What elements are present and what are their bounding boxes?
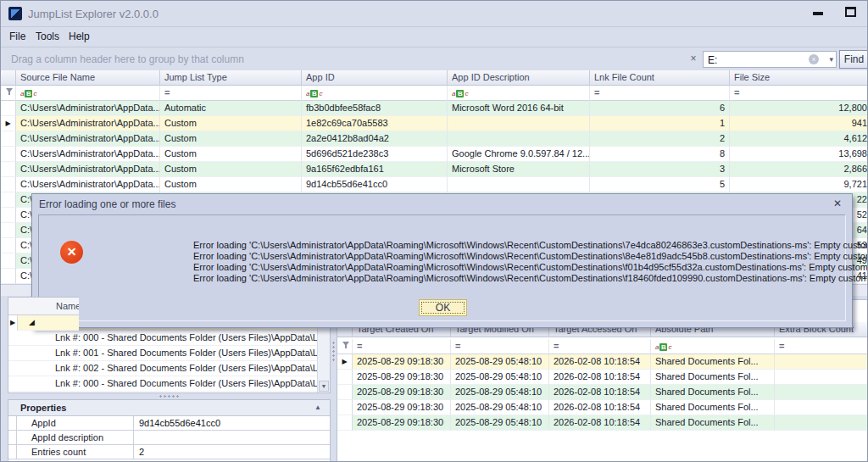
filter-funnel-icon bbox=[1, 86, 16, 101]
ok-button[interactable]: OK bbox=[419, 299, 467, 316]
scroll-down-icon[interactable]: ▼ bbox=[319, 381, 329, 392]
filter-lnk-count[interactable]: = bbox=[590, 86, 730, 101]
filter-file-size[interactable]: = bbox=[730, 86, 868, 101]
search-input[interactable]: E: x ▾ bbox=[703, 51, 837, 68]
equals-filter-icon: = bbox=[164, 87, 170, 97]
table-row[interactable]: C:\Users\Administrator\AppData... Custom… bbox=[1, 162, 868, 177]
error-line: Error loading 'C:\Users\Administrator\Ap… bbox=[193, 240, 868, 251]
filter-desc[interactable]: aBc bbox=[448, 86, 590, 101]
col-file-size[interactable]: File Size bbox=[730, 70, 868, 86]
menu-bar bbox=[1, 26, 868, 47]
abc-filter-icon: aBc bbox=[20, 90, 36, 97]
find-button[interactable]: Find bbox=[839, 50, 868, 69]
filter-type[interactable]: = bbox=[160, 86, 302, 101]
search-close-icon[interactable]: × bbox=[687, 53, 699, 64]
property-row[interactable]: AppId description bbox=[8, 431, 330, 445]
search-value: E: bbox=[708, 54, 717, 66]
error-line: Error loading 'C:\Users\Administrator\Ap… bbox=[193, 251, 868, 262]
filter-source[interactable]: aBc bbox=[16, 86, 160, 101]
property-row[interactable]: AppId 9d14cb55d6e41cc0 bbox=[8, 416, 330, 431]
row-focus-arrow: ▶ bbox=[1, 116, 16, 131]
table-row-selected[interactable]: ▶ C:\Users\Administrator\AppData... Cust… bbox=[1, 116, 868, 131]
properties-panel: Properties ▲ AppId 9d14cb55d6e41cc0 AppI… bbox=[8, 399, 331, 462]
equals-filter-icon: = bbox=[357, 341, 362, 351]
horizontal-splitter[interactable] bbox=[8, 393, 331, 399]
table-row[interactable]: 2025-08-29 09:18:30 2025-08-29 05:48:10 … bbox=[337, 400, 868, 415]
table-row[interactable]: 2025-08-29 09:18:30 2025-08-29 05:48:10 … bbox=[337, 370, 868, 385]
grid-header-row: Source File Name Jump List Type App ID A… bbox=[1, 70, 868, 86]
list-item[interactable]: Lnk #: 000 - Shared Documents Folder (Us… bbox=[8, 331, 330, 346]
minimize-button[interactable] bbox=[813, 12, 823, 15]
error-messages: Error loading 'C:\Users\Administrator\Ap… bbox=[193, 240, 868, 284]
header-indicator bbox=[1, 70, 16, 86]
property-row[interactable]: Entries count 2 bbox=[8, 445, 330, 459]
search-dropdown-icon[interactable]: ▾ bbox=[829, 55, 833, 64]
col-lnk-file-count[interactable]: Lnk File Count bbox=[590, 70, 730, 86]
filter-app-id[interactable]: aBc bbox=[302, 86, 448, 101]
table-row[interactable]: 2025-08-29 09:18:30 2025-08-29 05:48:10 … bbox=[337, 385, 868, 400]
row-focus-arrow: ▶ bbox=[8, 315, 18, 331]
group-by-hint: Drag a column header here to group by th… bbox=[11, 53, 244, 65]
table-row[interactable]: C:\Users\Administrator\AppData... Custom… bbox=[1, 147, 868, 162]
properties-title: Properties bbox=[20, 403, 66, 413]
table-row-selected[interactable]: ▶ 2025-08-29 09:18:30 2025-08-29 05:48:1… bbox=[337, 354, 868, 370]
repaint-glitch-patch: Name ▶ ◢ bbox=[8, 297, 79, 331]
dialog-close-icon[interactable]: ✕ bbox=[833, 198, 842, 209]
clear-search-icon[interactable]: x bbox=[809, 54, 819, 64]
list-item[interactable]: Lnk #: 000 - Shared Documents Folder (Us… bbox=[8, 376, 330, 392]
table-row[interactable]: C:\Users\Administrator\AppData... Automa… bbox=[1, 101, 868, 116]
equals-filter-icon: = bbox=[455, 341, 460, 351]
detail-filter-row[interactable]: = = = aBc = bbox=[337, 339, 868, 354]
properties-header[interactable]: Properties ▲ bbox=[8, 400, 330, 416]
table-row[interactable]: C:\Users\Administrator\AppData... Custom… bbox=[1, 177, 868, 192]
maximize-button[interactable] bbox=[845, 7, 856, 17]
equals-filter-icon: = bbox=[594, 87, 599, 97]
filter-funnel-icon bbox=[337, 339, 353, 354]
window-title: JumpList Explorer v2.0.0.0 bbox=[28, 8, 159, 20]
error-line: Error loading 'C:\Users\Administrator\Ap… bbox=[193, 273, 868, 284]
col-app-id[interactable]: App ID bbox=[302, 70, 448, 86]
error-dialog: Error loading one or more files ✕ ✕ Erro… bbox=[31, 193, 853, 328]
equals-filter-icon: = bbox=[734, 87, 739, 97]
equals-filter-icon: = bbox=[554, 341, 559, 351]
node-expanded-icon: ◢ bbox=[29, 318, 35, 326]
col-source-file-name[interactable]: Source File Name bbox=[16, 70, 160, 86]
list-item[interactable]: Lnk #: 002 - Shared Documents Folder (Us… bbox=[8, 361, 330, 376]
dialog-title: Error loading one or more files bbox=[39, 198, 175, 210]
menu-tools[interactable]: Tools bbox=[36, 31, 59, 42]
row-focus-arrow: ▶ bbox=[337, 354, 353, 370]
collapse-icon[interactable]: ▲ bbox=[314, 404, 321, 411]
menu-help[interactable]: Help bbox=[69, 31, 90, 42]
list-item[interactable]: Lnk #: 001 - Shared Documents Folder (Us… bbox=[8, 346, 330, 361]
title-bar: JumpList Explorer v2.0.0.0 bbox=[1, 1, 868, 26]
error-icon: ✕ bbox=[60, 241, 83, 264]
table-row[interactable]: C:\Users\Administrator\AppData... Custom… bbox=[1, 131, 868, 147]
error-line: Error loading 'C:\Users\Administrator\Ap… bbox=[193, 262, 868, 273]
equals-filter-icon: = bbox=[779, 341, 784, 351]
abc-filter-icon: aBc bbox=[452, 90, 468, 97]
menu-file[interactable]: File bbox=[9, 31, 25, 42]
col-app-id-description[interactable]: App ID Description bbox=[448, 70, 590, 86]
col-jump-list-type[interactable]: Jump List Type bbox=[160, 70, 302, 86]
abc-filter-icon: aBc bbox=[306, 90, 322, 97]
abc-filter-icon: aBc bbox=[655, 343, 671, 351]
app-icon bbox=[8, 7, 22, 20]
auto-filter-row[interactable]: aBc = aBc aBc = = bbox=[1, 86, 868, 101]
dialog-content-panel: ✕ Error loading 'C:\Users\Administrator\… bbox=[38, 214, 846, 321]
table-row[interactable]: 2025-08-29 09:18:30 2025-08-29 05:48:10 … bbox=[337, 415, 868, 431]
